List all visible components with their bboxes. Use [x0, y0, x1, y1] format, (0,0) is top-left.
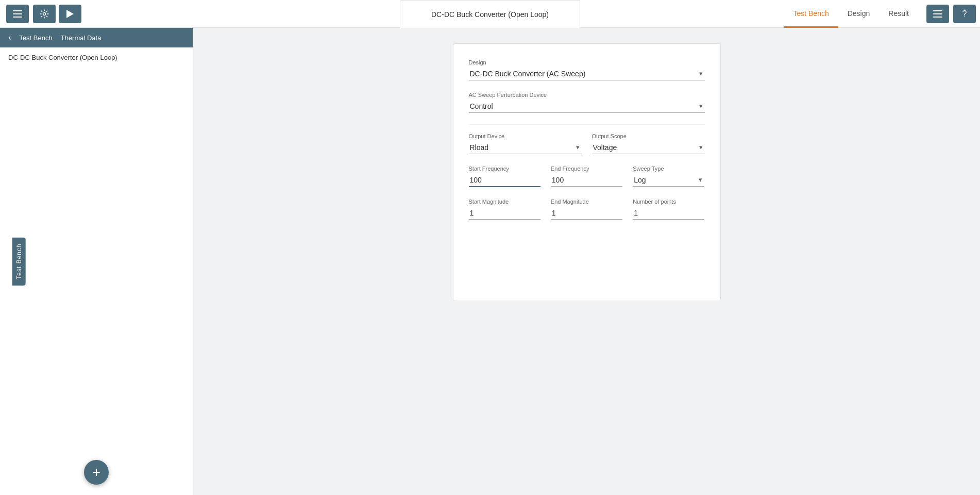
svg-point-0: [43, 12, 46, 15]
list-button[interactable]: [926, 5, 949, 23]
ac-sweep-label: AC Sweep Perturbation Device: [469, 92, 705, 98]
end-magnitude-input[interactable]: [551, 207, 622, 220]
tab-result[interactable]: Result: [879, 0, 918, 28]
back-arrow-icon[interactable]: ‹: [8, 33, 11, 42]
help-button[interactable]: ?: [953, 5, 976, 23]
end-frequency-input[interactable]: [551, 174, 622, 187]
output-scope-label: Output Scope: [592, 133, 705, 139]
sweep-type-field: Sweep Type Log: [633, 166, 704, 187]
top-bar: DC-DC Buck Converter (Open Loop) Test Be…: [0, 0, 980, 28]
sweep-type-select-wrapper: Log: [633, 174, 704, 187]
tab-test-bench[interactable]: Test Bench: [784, 0, 838, 28]
sidebar-header: ‹ Test Bench Thermal Data: [0, 28, 193, 47]
main-layout: ‹ Test Bench Thermal Data DC-DC Buck Con…: [0, 28, 980, 495]
form-panel: Design DC-DC Buck Converter (AC Sweep) A…: [453, 43, 721, 301]
ac-sweep-select-wrapper: Control: [469, 100, 705, 113]
sidebar-section1: Test Bench: [19, 34, 52, 42]
end-magnitude-label: End Magnitude: [551, 199, 622, 205]
divider-1: [469, 124, 705, 125]
number-of-points-label: Number of points: [633, 199, 704, 205]
sweep-type-select[interactable]: Log: [633, 174, 704, 187]
svg-rect-4: [933, 16, 942, 18]
sweep-type-label: Sweep Type: [633, 166, 704, 172]
output-device-select-wrapper: Rload: [469, 141, 582, 154]
add-button[interactable]: +: [84, 460, 109, 485]
magnitude-row: Start Magnitude End Magnitude Number of …: [469, 199, 705, 231]
sidebar-section2: Thermal Data: [61, 34, 102, 42]
number-of-points-input[interactable]: [633, 207, 704, 220]
svg-rect-3: [933, 13, 942, 14]
end-frequency-label: End Frequency: [551, 166, 622, 172]
design-select[interactable]: DC-DC Buck Converter (AC Sweep): [469, 68, 705, 80]
start-frequency-label: Start Frequency: [469, 166, 540, 172]
end-magnitude-field: End Magnitude: [551, 199, 622, 220]
ac-sweep-field: AC Sweep Perturbation Device Control: [469, 92, 705, 113]
settings-button[interactable]: [33, 5, 56, 23]
sidebar: ‹ Test Bench Thermal Data DC-DC Buck Con…: [0, 28, 193, 495]
design-label: Design: [469, 59, 705, 65]
sidebar-item-dc-dc[interactable]: DC-DC Buck Converter (Open Loop): [0, 47, 193, 68]
output-device-select[interactable]: Rload: [469, 141, 582, 154]
start-frequency-field: Start Frequency: [469, 166, 540, 187]
output-row: Output Device Rload Output Scope Voltage: [469, 133, 705, 166]
number-of-points-field: Number of points: [633, 199, 704, 220]
output-scope-field: Output Scope Voltage: [592, 133, 705, 154]
tab-design[interactable]: Design: [838, 0, 880, 28]
start-magnitude-field: Start Magnitude: [469, 199, 540, 220]
output-scope-select-wrapper: Voltage: [592, 141, 705, 154]
svg-marker-1: [66, 10, 74, 18]
ac-sweep-select[interactable]: Control: [469, 100, 705, 113]
end-frequency-field: End Frequency: [551, 166, 622, 187]
start-frequency-input[interactable]: [469, 174, 540, 187]
start-magnitude-label: Start Magnitude: [469, 199, 540, 205]
frequency-row: Start Frequency End Frequency Sweep Type…: [469, 166, 705, 199]
design-select-wrapper: DC-DC Buck Converter (AC Sweep): [469, 68, 705, 80]
menu-button[interactable]: [6, 5, 29, 23]
content-area: Design DC-DC Buck Converter (AC Sweep) A…: [193, 28, 980, 495]
nav-tabs: Test Bench Design Result: [784, 0, 918, 28]
sidebar-vertical-label: Test Bench: [12, 237, 26, 285]
run-button[interactable]: [59, 5, 81, 23]
svg-rect-5: [935, 10, 942, 11]
output-device-label: Output Device: [469, 133, 582, 139]
design-field: Design DC-DC Buck Converter (AC Sweep): [469, 59, 705, 80]
start-magnitude-input[interactable]: [469, 207, 540, 220]
output-scope-select[interactable]: Voltage: [592, 141, 705, 154]
output-device-field: Output Device Rload: [469, 133, 582, 154]
tab-title: DC-DC Buck Converter (Open Loop): [400, 0, 580, 28]
